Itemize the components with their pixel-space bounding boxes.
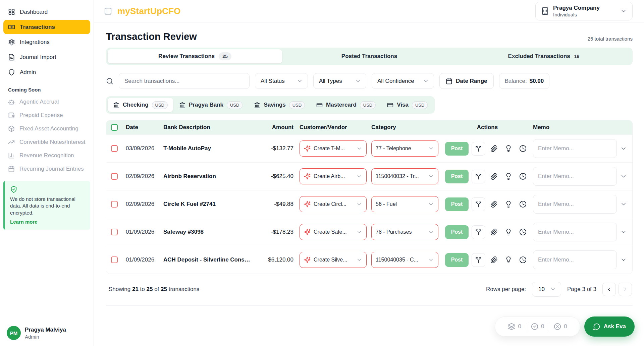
- account-currency-badge: USD: [412, 101, 428, 109]
- table-row: 01/09/2026 ACH Deposit - Silverline Cons…: [106, 246, 632, 274]
- user-profile[interactable]: PM Pragya Malviya Admin: [0, 320, 94, 346]
- row-expand-chevron-icon[interactable]: [620, 173, 627, 180]
- post-button[interactable]: Post: [445, 170, 469, 183]
- coming-soon-item: Fixed Asset Accounting: [0, 122, 94, 135]
- category-dropdown-value: 77 - Telephone: [376, 146, 411, 152]
- sidebar-toggle-icon[interactable]: [104, 7, 112, 15]
- view-tab[interactable]: Posted Transactions: [282, 49, 457, 63]
- memo-input[interactable]: [533, 250, 617, 269]
- account-tab[interactable]: Visa USD: [382, 98, 433, 112]
- bank-description: T-Mobile AutoPay: [163, 145, 256, 152]
- sidebar-nav-item[interactable]: Transactions: [3, 20, 90, 34]
- search-input[interactable]: [119, 73, 250, 89]
- split-icon: [475, 229, 482, 235]
- row-checkbox[interactable]: [111, 173, 118, 180]
- memo-input[interactable]: [533, 223, 617, 241]
- sidebar-nav-item[interactable]: Admin: [3, 65, 90, 79]
- insight-button[interactable]: [503, 254, 514, 266]
- clock-icon: [519, 145, 527, 152]
- attach-button[interactable]: [488, 171, 500, 182]
- split-transaction-button[interactable]: [472, 170, 485, 183]
- account-tab[interactable]: Pragya Bank USD: [174, 98, 248, 112]
- split-transaction-button[interactable]: [472, 142, 485, 156]
- sidebar-nav-item[interactable]: Dashboard: [3, 5, 90, 19]
- row-checkbox[interactable]: [111, 145, 118, 152]
- category-dropdown[interactable]: 78 - Purchases: [371, 224, 438, 240]
- nav-item-label: Admin: [20, 69, 36, 76]
- status-counter[interactable]: 0: [549, 323, 572, 330]
- category-dropdown[interactable]: 1150040032 - Tr...: [371, 168, 438, 184]
- row-expand-chevron-icon[interactable]: [620, 145, 627, 152]
- vendor-dropdown[interactable]: Create Airb...: [300, 168, 367, 184]
- confidence-filter[interactable]: All Confidence: [372, 73, 434, 89]
- main-area: myStartUpCFO Pragya Company Individuals …: [94, 0, 644, 346]
- memo-input[interactable]: [533, 139, 617, 158]
- row-expand-chevron-icon[interactable]: [620, 229, 627, 235]
- account-tab[interactable]: Checking USD: [108, 98, 173, 112]
- insight-button[interactable]: [503, 171, 514, 182]
- insight-button[interactable]: [503, 143, 514, 154]
- column-header-date: Date: [126, 124, 163, 131]
- row-checkbox[interactable]: [111, 256, 118, 263]
- attach-button[interactable]: [488, 198, 500, 210]
- history-button[interactable]: [517, 198, 529, 210]
- split-transaction-button[interactable]: [472, 225, 485, 239]
- row-expand-chevron-icon[interactable]: [620, 256, 627, 263]
- next-page-button[interactable]: [619, 283, 632, 296]
- split-transaction-button[interactable]: [472, 197, 485, 211]
- account-tab[interactable]: Mastercard USD: [311, 98, 381, 112]
- vendor-dropdown[interactable]: Create Safe...: [300, 224, 367, 240]
- post-button[interactable]: Post: [445, 197, 469, 211]
- select-all-checkbox[interactable]: [111, 124, 118, 131]
- account-tab[interactable]: Savings USD: [249, 98, 310, 112]
- insight-button[interactable]: [503, 198, 514, 210]
- post-button[interactable]: Post: [445, 142, 469, 156]
- attach-button[interactable]: [488, 226, 500, 238]
- ask-eva-button[interactable]: Ask Eva: [584, 316, 635, 337]
- memo-input[interactable]: [533, 167, 617, 186]
- column-header-actions: Actions: [445, 124, 533, 131]
- lightbulb-icon: [505, 145, 512, 152]
- user-role: Admin: [25, 334, 66, 340]
- category-dropdown[interactable]: 56 - Fuel: [371, 196, 438, 212]
- history-button[interactable]: [517, 143, 529, 154]
- transaction-amount: -$625.40: [271, 173, 293, 179]
- calendar-icon: [446, 78, 452, 84]
- learn-more-link[interactable]: Learn more: [10, 219, 38, 225]
- type-filter[interactable]: All Types: [313, 73, 366, 89]
- memo-input[interactable]: [533, 195, 617, 214]
- status-filter[interactable]: All Status: [255, 73, 308, 89]
- sidebar-nav-item[interactable]: Journal Import: [3, 50, 90, 64]
- status-counter[interactable]: 0: [503, 323, 526, 330]
- tab-label: Review Transactions: [158, 53, 215, 60]
- post-button[interactable]: Post: [445, 225, 469, 239]
- attach-button[interactable]: [488, 254, 500, 266]
- company-selector[interactable]: Pragya Company Individuals: [535, 2, 633, 20]
- history-button[interactable]: [517, 226, 529, 238]
- post-button[interactable]: Post: [445, 253, 469, 267]
- history-button[interactable]: [517, 254, 529, 266]
- category-dropdown[interactable]: 1150040035 - C...: [371, 252, 438, 268]
- view-tab[interactable]: Excluded Transactions 18: [457, 49, 631, 63]
- vendor-dropdown[interactable]: Create Circl...: [300, 196, 367, 212]
- category-dropdown[interactable]: 77 - Telephone: [371, 140, 438, 157]
- rows-per-page-select[interactable]: 10: [532, 282, 561, 297]
- attach-button[interactable]: [488, 143, 500, 154]
- vendor-dropdown[interactable]: Create T-M...: [300, 140, 367, 157]
- insight-button[interactable]: [503, 226, 514, 238]
- history-button[interactable]: [517, 171, 529, 182]
- account-name: Savings: [264, 102, 285, 108]
- split-transaction-button[interactable]: [472, 253, 485, 267]
- previous-page-button[interactable]: [602, 283, 616, 296]
- status-counter[interactable]: 0: [526, 323, 549, 330]
- coming-soon-item-icon: [8, 112, 15, 119]
- view-tab[interactable]: Review Transactions 25: [108, 49, 282, 63]
- paperclip-icon: [490, 145, 498, 152]
- row-checkbox[interactable]: [111, 229, 118, 235]
- vendor-dropdown[interactable]: Create Silve...: [300, 252, 367, 268]
- sidebar-nav-item[interactable]: Integrations: [3, 35, 90, 49]
- row-expand-chevron-icon[interactable]: [620, 201, 627, 208]
- row-checkbox[interactable]: [111, 201, 118, 208]
- date-range-button[interactable]: Date Range: [439, 73, 494, 89]
- bank-description: Airbnb Reservation: [163, 173, 256, 180]
